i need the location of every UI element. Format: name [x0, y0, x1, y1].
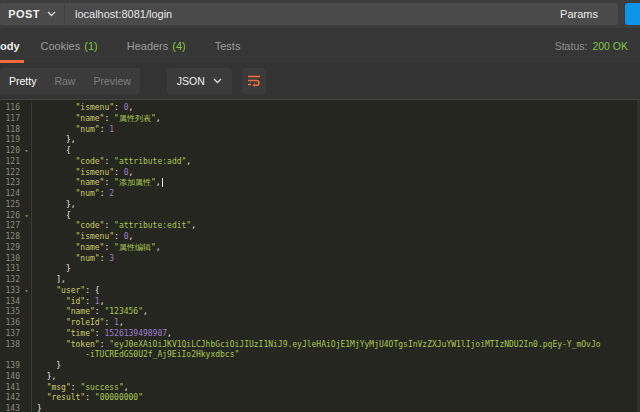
token-ws [37, 232, 76, 241]
token-ws [37, 125, 76, 134]
code-line: 118 "num": 1 [0, 125, 640, 136]
language-select[interactable]: JSON [167, 68, 232, 94]
line-number: 119 [0, 135, 22, 146]
line-number: 136 [0, 318, 22, 329]
token-key: "code" [76, 221, 105, 230]
fold-gutter [22, 221, 31, 232]
token-ws [37, 221, 76, 230]
method-select[interactable]: POST [0, 3, 65, 25]
cookies-count-badge: (1) [84, 40, 97, 52]
tab-pretty[interactable]: Pretty [0, 68, 45, 94]
fold-toggle-icon[interactable]: ▾ [22, 286, 31, 297]
token-key: "code" [76, 157, 105, 166]
view-mode-group: Pretty Raw Preview [0, 68, 140, 94]
params-button[interactable]: Params [540, 8, 618, 20]
method-label: POST [8, 8, 40, 20]
token-pun: , [100, 297, 105, 306]
token-str: "00000000" [95, 393, 143, 402]
token-num: 1526139498907 [104, 329, 167, 338]
code-editor[interactable]: 116 "ismenu": 0,117 "name": "属性列表",118 "… [0, 99, 640, 412]
code-text: } [31, 361, 640, 372]
code-text: "num": 3 [31, 254, 640, 265]
token-num: 2 [109, 189, 114, 198]
send-button[interactable] [625, 3, 640, 25]
tab-preview[interactable]: Preview [84, 68, 139, 94]
code-text: ], [31, 275, 640, 286]
token-pun: : [104, 221, 114, 230]
line-number: 123 [0, 178, 22, 189]
token-ws [37, 329, 66, 338]
tab-raw[interactable]: Raw [45, 68, 84, 94]
token-key: "roleId" [66, 318, 105, 327]
token-pun: : [71, 383, 81, 392]
token-key: "num" [76, 254, 100, 263]
code-line: 137 "time": 1526139498907, [0, 329, 640, 340]
code-text: "name": "123456", [31, 307, 640, 318]
tab-cookies[interactable]: Cookies (1) [41, 28, 98, 63]
line-number: 137 [0, 329, 22, 340]
token-str: "success" [80, 383, 123, 392]
token-ws [37, 307, 66, 316]
tab-cookies-label: Cookies [41, 40, 81, 52]
tab-headers[interactable]: Headers (4) [127, 28, 186, 63]
code-text: "token": "eyJ0eXAiOiJKV1QiLCJhbGciOiJIUz… [31, 340, 640, 351]
token-ws [37, 318, 66, 327]
code-line: 131 } [0, 264, 640, 275]
token-pun: }, [47, 372, 57, 381]
token-pun: } [66, 264, 71, 273]
code-text: "roleId": 1, [31, 318, 640, 329]
token-pun: : [100, 125, 110, 134]
fold-gutter [22, 135, 31, 146]
token-pun: : { [85, 286, 99, 295]
token-pun: , [129, 168, 134, 177]
code-text: }, [31, 135, 640, 146]
token-pun: , [186, 157, 191, 166]
token-key: "name" [76, 243, 105, 252]
code-line: 143} [0, 404, 640, 412]
tab-tests[interactable]: Tests [215, 28, 241, 63]
tab-body[interactable]: Body [0, 28, 20, 63]
fold-gutter [22, 318, 31, 329]
code-line: 129 "name": "属性编辑", [0, 243, 640, 254]
token-ws [37, 243, 76, 252]
status-label: Status: [555, 40, 588, 52]
wrap-lines-button[interactable] [242, 68, 266, 94]
token-str: "属性编辑" [114, 243, 156, 252]
token-ws [37, 168, 76, 177]
token-key: "num" [76, 189, 100, 198]
line-number: 140 [0, 372, 22, 383]
line-number: 125 [0, 200, 22, 211]
line-number: 130 [0, 254, 22, 265]
fold-gutter [22, 275, 31, 286]
token-key: "name" [76, 114, 105, 123]
code-text: "ismenu": 0, [31, 232, 640, 243]
fold-gutter [22, 200, 31, 211]
token-num: 3 [109, 254, 114, 263]
token-str: "属性列表" [114, 114, 156, 123]
code-line: 134 "id": 1, [0, 297, 640, 308]
fold-gutter [22, 329, 31, 340]
line-number: 116 [0, 103, 22, 114]
token-pun: : [104, 157, 114, 166]
url-input[interactable]: localhost:8081/login [65, 8, 540, 20]
code-text: "code": "attribute:edit", [31, 221, 640, 232]
token-pun: }, [66, 200, 76, 209]
fold-gutter [22, 361, 31, 372]
code-line: 121 "code": "attribute:add", [0, 157, 640, 168]
fold-toggle-icon[interactable]: ▾ [22, 146, 31, 157]
code-line: 125 }, [0, 200, 640, 211]
token-pun: , [129, 103, 134, 112]
token-key: "token" [66, 340, 100, 349]
token-ws [37, 114, 76, 123]
token-key: "name" [66, 307, 95, 316]
token-str: "123456" [104, 307, 143, 316]
code-text: } [31, 404, 640, 412]
code-text: "num": 2 [31, 189, 640, 200]
fold-gutter [22, 264, 31, 275]
token-pun: : [114, 232, 124, 241]
token-str: "attribute:edit" [114, 221, 191, 230]
tab-tests-label: Tests [215, 40, 241, 52]
token-ws [37, 275, 56, 284]
token-key: "name" [76, 178, 105, 187]
fold-toggle-icon[interactable]: ▾ [22, 211, 31, 222]
